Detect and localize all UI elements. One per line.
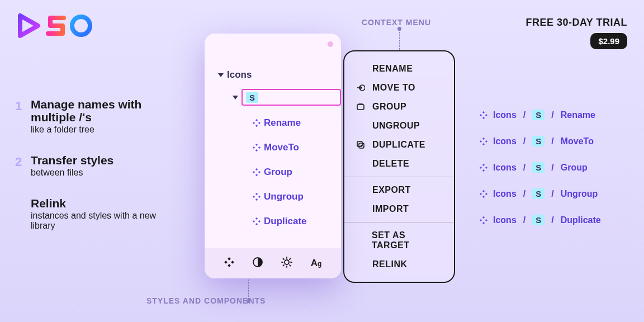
tree-item[interactable]: Ungroup <box>218 187 341 207</box>
feature-sub-1: like a folder tree <box>31 125 182 135</box>
svg-rect-55 <box>482 195 485 197</box>
tree-item-label: Group <box>264 167 292 178</box>
tree-root-label: Icons <box>227 69 252 80</box>
panel-toolbar: Ag <box>205 248 341 278</box>
svg-rect-57 <box>485 192 487 195</box>
typography-icon[interactable]: Ag <box>311 258 322 269</box>
menu-item-label: RELINK <box>372 259 408 269</box>
menu-item-label: EXPORT <box>372 185 411 195</box>
menu-item-ungroup[interactable]: UNGROUP <box>344 116 454 135</box>
svg-rect-47 <box>482 143 485 145</box>
tree-item[interactable]: Rename <box>218 113 341 133</box>
svg-rect-48 <box>480 140 482 142</box>
move-to-icon <box>356 83 366 92</box>
menu-item-label: UNGROUP <box>372 121 420 131</box>
menu-item-label: IMPORT <box>372 204 409 214</box>
menu-item-group[interactable]: GROUP <box>344 97 454 116</box>
chevron-down-icon <box>233 96 238 100</box>
tree-root[interactable]: Icons <box>218 65 341 85</box>
svg-rect-10 <box>255 168 258 171</box>
menu-item-relink[interactable]: RELINK <box>344 255 454 274</box>
path-prefix: Icons <box>493 163 517 173</box>
svg-rect-20 <box>253 220 255 222</box>
path-chip: S <box>532 136 544 146</box>
menu-item-label: GROUP <box>372 102 406 112</box>
svg-rect-54 <box>482 190 485 192</box>
tree-item-label: Duplicate <box>264 216 307 227</box>
menu-item-export[interactable]: EXPORT <box>344 181 454 200</box>
svg-line-33 <box>290 265 291 266</box>
features-list: 1 Manage names with multiple /'s like a … <box>31 98 182 250</box>
svg-line-35 <box>283 265 284 266</box>
svg-rect-6 <box>255 144 258 146</box>
tree-item-label: Ungroup <box>264 191 304 202</box>
svg-rect-19 <box>255 223 258 225</box>
path-list: Icons/S/RenameIcons/S/MoveToIcons/S/Grou… <box>480 110 601 225</box>
svg-rect-22 <box>228 257 231 261</box>
svg-rect-60 <box>480 219 482 221</box>
menu-item-import[interactable]: IMPORT <box>344 200 454 219</box>
svg-point-1 <box>72 17 90 35</box>
tree-item-label: MoveTo <box>264 142 299 153</box>
annotation-context-menu: CONTEXT MENU <box>362 18 431 27</box>
svg-rect-43 <box>482 116 485 119</box>
menu-item-label: DUPLICATE <box>372 140 425 150</box>
svg-rect-61 <box>485 219 487 221</box>
svg-rect-51 <box>482 169 485 171</box>
svg-rect-24 <box>224 261 228 264</box>
menu-item-delete[interactable]: DELETE <box>344 154 454 173</box>
contrast-icon[interactable] <box>253 257 263 270</box>
svg-rect-2 <box>255 119 258 121</box>
component-icon <box>253 119 261 127</box>
svg-rect-21 <box>258 220 261 222</box>
path-row: Icons/S/Group <box>480 162 601 173</box>
trial-label: FREE 30-DAY TRIAL <box>525 17 627 29</box>
app-logo <box>17 12 95 39</box>
path-prefix: Icons <box>493 136 517 146</box>
svg-rect-16 <box>253 196 255 198</box>
tree-item[interactable]: MoveTo <box>218 138 341 158</box>
path-chip: S <box>532 162 544 173</box>
svg-rect-17 <box>258 196 261 198</box>
path-prefix: Icons <box>493 215 517 225</box>
svg-rect-56 <box>480 192 482 195</box>
component-icon <box>253 144 261 151</box>
component-icon <box>480 190 487 198</box>
path-name: Group <box>561 163 588 173</box>
svg-rect-59 <box>482 221 485 224</box>
styles-panel: Icons S RenameMoveToGroupUngroupDuplicat… <box>205 34 341 278</box>
svg-rect-15 <box>255 198 258 201</box>
path-name: Duplicate <box>561 215 601 225</box>
rename-input[interactable]: S <box>242 89 341 106</box>
menu-item-rename[interactable]: RENAME <box>344 59 454 78</box>
svg-rect-11 <box>255 174 258 176</box>
component-icon <box>480 216 487 224</box>
path-chip: S <box>532 215 544 225</box>
svg-rect-44 <box>480 113 482 116</box>
menu-item-set-as-target[interactable]: SET AS TARGET <box>344 226 454 255</box>
path-row: Icons/S/Ungroup <box>480 188 601 199</box>
components-icon[interactable] <box>224 257 234 270</box>
svg-rect-50 <box>482 164 485 166</box>
svg-rect-4 <box>253 122 255 124</box>
tree-item[interactable]: Duplicate <box>218 211 341 231</box>
menu-item-label: MOVE TO <box>372 83 415 93</box>
feature-title-1: Manage names with multiple /'s <box>31 98 182 124</box>
tree-item[interactable]: Group <box>218 162 341 182</box>
feature-title-3: Relink <box>31 197 182 210</box>
component-icon <box>253 217 261 225</box>
menu-item-duplicate[interactable]: DUPLICATE <box>344 135 454 154</box>
selected-chip: S <box>246 92 258 103</box>
component-icon <box>253 168 261 176</box>
panel-close-dot[interactable] <box>328 41 333 47</box>
svg-rect-45 <box>485 113 487 116</box>
svg-rect-52 <box>480 166 482 168</box>
path-chip: S <box>532 188 544 199</box>
component-icon <box>480 111 487 119</box>
tree-selected-row[interactable]: S <box>218 87 341 107</box>
menu-item-move-to[interactable]: MOVE TO <box>344 78 454 97</box>
price-badge[interactable]: $2.99 <box>590 33 627 49</box>
menu-item-label: SET AS TARGET <box>372 230 442 250</box>
path-name: MoveTo <box>561 136 594 146</box>
brightness-icon[interactable] <box>281 257 292 271</box>
